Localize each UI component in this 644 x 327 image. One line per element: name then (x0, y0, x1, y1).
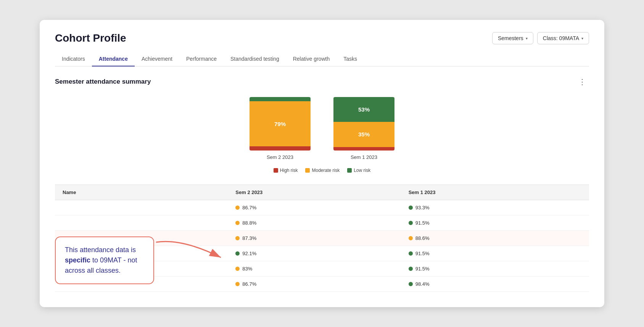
more-options-button[interactable]: ⋮ (575, 76, 589, 88)
legend-item-moderate-risk: Moderate risk (305, 168, 340, 173)
page-title: Cohort Profile (55, 32, 126, 44)
status-dot-green (409, 251, 413, 256)
table-row: 86.7% 93.3% (55, 200, 589, 215)
segment-moderate-risk-sem2: 79% (250, 101, 311, 146)
cell-name-1 (63, 205, 235, 210)
tab-relative-growth[interactable]: Relative growth (286, 52, 337, 66)
cell-sem1-2: 91.5% (409, 220, 581, 226)
value-sem2-4: 92.1% (242, 251, 256, 256)
segment-low-risk-sem1: 53% (333, 97, 394, 122)
legend-dot-moderate-risk (305, 168, 310, 173)
cell-sem1-1: 93.3% (409, 205, 581, 210)
stacked-bar-sem2: 79% (250, 97, 311, 151)
annotation-text-bold: specific (65, 256, 90, 264)
value-sem2-1: 86.7% (242, 205, 256, 210)
status-dot-green (409, 206, 413, 210)
chevron-down-icon: ▾ (526, 36, 528, 40)
cell-sem1-3: 88.6% (409, 235, 581, 241)
status-dot-orange (409, 236, 413, 240)
annotation-text-prefix: This attendance data is (65, 246, 136, 254)
chevron-down-icon: ▾ (581, 36, 583, 40)
value-sem2-3: 87.3% (242, 235, 256, 241)
annotation-box: This attendance data is specific to 09MA… (55, 236, 154, 284)
chart-sem2-2023: 79% Sem 2 2023 (250, 97, 311, 160)
status-dot-orange (235, 221, 240, 225)
chart-label-sem2: Sem 2 2023 (267, 154, 293, 160)
legend-dot-high-risk (274, 168, 278, 173)
value-sem1-5: 91.5% (415, 266, 430, 272)
status-dot-orange (235, 236, 240, 240)
tab-standardised-testing[interactable]: Standardised testing (224, 52, 286, 66)
cell-sem2-4: 92.1% (235, 251, 408, 256)
value-sem2-5: 83% (242, 266, 252, 272)
col-header-sem2: Sem 2 2023 (235, 189, 408, 195)
status-dot-green (409, 267, 413, 271)
table-header: Name Sem 2 2023 Sem 1 2023 (55, 185, 589, 200)
value-sem2-6: 86.7% (242, 281, 256, 287)
chart-label-sem1: Sem 1 2023 (351, 154, 377, 160)
value-sem2-2: 88.8% (242, 220, 256, 226)
cell-sem2-2: 88.8% (235, 220, 408, 226)
segment-low-risk-sem2 (250, 97, 311, 101)
legend-item-high-risk: High risk (274, 168, 298, 173)
segment-high-risk-sem2 (250, 146, 311, 151)
cell-sem2-5: 83% (235, 266, 408, 272)
status-dot-orange (235, 282, 240, 286)
header-row: Cohort Profile Semesters ▾ Class: 09MATA… (55, 32, 589, 44)
value-sem1-6: 98.4% (415, 281, 430, 287)
table-row: 88.8% 91.5% (55, 215, 589, 231)
legend: High risk Moderate risk Low risk (55, 168, 589, 173)
cell-sem2-3: 87.3% (235, 235, 408, 241)
chart-sem1-2023: 53% 35% Sem 1 2023 (333, 97, 394, 160)
charts-area: 79% Sem 2 2023 53% 35% Sem 1 2023 (55, 97, 589, 160)
stacked-bar-sem1: 53% 35% (333, 97, 394, 151)
value-sem1-2: 91.5% (415, 220, 430, 226)
segment-high-risk-sem1 (333, 147, 394, 151)
legend-label-low-risk: Low risk (354, 168, 370, 173)
main-card: Cohort Profile Semesters ▾ Class: 09MATA… (40, 20, 604, 307)
tab-indicators[interactable]: Indicators (55, 52, 92, 66)
legend-dot-low-risk (347, 168, 352, 173)
status-dot-green (235, 251, 240, 256)
value-sem1-1: 93.3% (415, 205, 430, 210)
legend-label-high-risk: High risk (280, 168, 298, 173)
section-header: Semester attendance summary ⋮ (55, 76, 589, 88)
cell-name-2 (63, 220, 235, 226)
legend-label-moderate-risk: Moderate risk (312, 168, 340, 173)
tab-achievement[interactable]: Achievement (135, 52, 179, 66)
col-header-sem1: Sem 1 2023 (409, 189, 581, 195)
cell-sem1-4: 91.5% (409, 251, 581, 256)
cell-sem2-1: 86.7% (235, 205, 408, 210)
status-dot-orange (235, 267, 240, 271)
col-header-name: Name (63, 189, 235, 195)
tab-bar: Indicators Attendance Achievement Perfor… (55, 52, 589, 66)
header-controls: Semesters ▾ Class: 09MATA ▾ (492, 32, 589, 44)
tab-attendance[interactable]: Attendance (92, 52, 135, 66)
tab-tasks[interactable]: Tasks (336, 52, 364, 66)
segment-moderate-risk-sem1: 35% (333, 122, 394, 147)
legend-item-low-risk: Low risk (347, 168, 370, 173)
section-title: Semester attendance summary (55, 78, 151, 86)
tab-performance[interactable]: Performance (179, 52, 224, 66)
status-dot-orange (235, 206, 240, 210)
annotation-arrow (152, 238, 229, 269)
semesters-dropdown[interactable]: Semesters ▾ (492, 32, 533, 44)
status-dot-green (409, 221, 413, 225)
value-sem1-4: 91.5% (415, 251, 430, 256)
value-sem1-3: 88.6% (415, 235, 430, 241)
cell-sem1-5: 91.5% (409, 266, 581, 272)
cell-sem1-6: 98.4% (409, 281, 581, 287)
status-dot-green (409, 282, 413, 286)
class-dropdown[interactable]: Class: 09MATA ▾ (537, 32, 589, 44)
cell-sem2-6: 86.7% (235, 281, 408, 287)
